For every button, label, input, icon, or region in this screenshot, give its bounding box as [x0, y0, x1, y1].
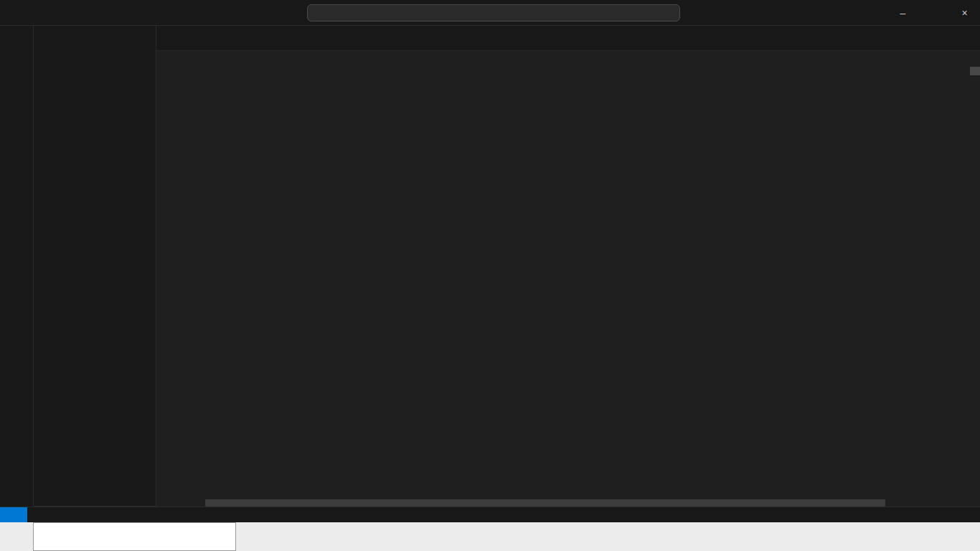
minimize-button[interactable]: –: [887, 0, 918, 26]
title-bar: – ×: [0, 0, 980, 26]
status-bar: [0, 507, 980, 522]
task-view-button[interactable]: [236, 522, 269, 551]
windows-taskbar: [0, 522, 980, 551]
taskbar-search[interactable]: [33, 522, 236, 551]
system-tray: [922, 522, 980, 551]
activity-bar: [0, 26, 34, 507]
editor-group: [156, 26, 980, 507]
file-tree: [34, 66, 156, 506]
restore-button[interactable]: [918, 0, 949, 26]
section-crud[interactable]: [34, 50, 156, 66]
start-button[interactable]: [0, 522, 33, 551]
code-editor[interactable]: [156, 67, 980, 507]
breadcrumb[interactable]: [156, 51, 980, 67]
tab-bar: [156, 26, 980, 51]
horizontal-scrollbar[interactable]: [205, 499, 885, 507]
close-button[interactable]: ×: [949, 0, 980, 26]
vertical-scrollbar[interactable]: [970, 67, 980, 75]
sidebar: [34, 26, 156, 507]
vscode-logo-icon: [6, 6, 21, 20]
taskbar-search-input[interactable]: [48, 531, 163, 542]
remote-indicator[interactable]: [0, 507, 27, 523]
search-input[interactable]: [307, 4, 680, 22]
